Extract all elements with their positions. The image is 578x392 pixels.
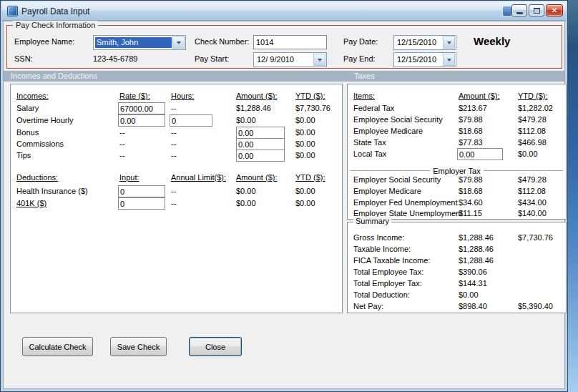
employee-name-value: Smith, John: [95, 37, 172, 48]
commissions-hours: --: [171, 139, 176, 148]
commissions-rate: --: [119, 139, 124, 148]
overtime-amount: $0.00: [236, 116, 256, 124]
rate-header: Rate ($):: [119, 92, 150, 100]
divider-line: [351, 170, 430, 171]
tax-row-employee-medicare: Employee Medicare $18.68 $112.08: [348, 127, 566, 138]
tax-ytd: $1,282.02: [518, 104, 553, 112]
income-row-overtime: Overtime Hourly $0.00 $0.00: [11, 116, 342, 127]
pay-date-value: 12/15/2010: [396, 37, 442, 48]
salary-rate-input[interactable]: [118, 102, 165, 114]
payroll-window: Payroll Data Input ✕ Pay Check Informati…: [0, 0, 568, 392]
salary-ytd: $7,730.76: [295, 104, 330, 112]
summary-ytd: $7,730.76: [518, 233, 553, 242]
tips-hours: --: [171, 151, 176, 160]
app-icon[interactable]: [7, 6, 18, 16]
window-controls: ✕: [511, 4, 563, 16]
income-row-bonus: Bonus -- -- $0.00: [11, 128, 342, 139]
ytd-header: YTD ($):: [295, 173, 325, 182]
titlebar[interactable]: Payroll Data Input ✕: [1, 1, 567, 21]
401k-limit: --: [171, 199, 176, 207]
tax-row-employer-ss: Employer Social Security $79.88 $479.28: [348, 175, 566, 187]
pay-date-picker[interactable]: 12/15/2010: [393, 35, 456, 50]
health-insurance-input[interactable]: [118, 185, 165, 197]
bonus-amount-input[interactable]: [236, 127, 285, 139]
desktop: Payroll Data Input ✕ Pay Check Informati…: [0, 0, 578, 392]
summary-amount: $1,288.46: [459, 245, 494, 253]
salary-amount: $1,288.46: [236, 104, 271, 112]
summary-group-label: Summary: [353, 217, 391, 225]
summary-row-net-pay: Net Pay: $898.40 $5,390.40: [348, 302, 566, 313]
income-row-salary: Salary -- $1,288.46 $7,730.76: [11, 104, 342, 115]
bonus-ytd: $0.00: [295, 128, 315, 137]
overtime-hours-input[interactable]: [170, 114, 212, 127]
local-tax-input[interactable]: [457, 148, 503, 160]
chevron-down-icon: [318, 59, 322, 62]
pay-date-dropdown-icon[interactable]: [443, 36, 455, 49]
amount-header: Amount ($):: [459, 92, 499, 100]
pay-start-dropdown-icon[interactable]: [313, 54, 325, 66]
deductions-header-row: Deductions: Input: Annual Limit($): Amou…: [11, 173, 342, 185]
pay-start-picker[interactable]: 12/ 9/2010: [253, 52, 327, 67]
close-button[interactable]: Close: [189, 337, 242, 356]
tax-label: Employer Medicare: [353, 187, 421, 195]
overtime-rate-input[interactable]: [118, 114, 165, 127]
deduction-row-health-insurance: Health Insurance ($) -- $0.00 $0.00: [11, 187, 342, 198]
pay-end-label: Pay End:: [343, 54, 376, 63]
tips-rate: --: [119, 151, 124, 160]
hours-header: Hours:: [171, 92, 194, 100]
summary-panel: Summary Gross Income: $1,288.46 $7,730.7…: [347, 222, 567, 313]
tax-label: Employer Fed Unemployment: [353, 198, 458, 207]
taxes-panel: Items: Amount ($): YTD ($): Federal Tax …: [347, 84, 567, 220]
summary-label: FICA Taxable Income:: [353, 256, 430, 265]
401k-input[interactable]: [118, 197, 165, 210]
income-label: Overtime Hourly: [16, 116, 73, 124]
tax-row-local: Local Tax $0.00: [348, 150, 566, 161]
tax-amount: $18.68: [459, 127, 483, 135]
summary-label: Total Deduction:: [353, 290, 410, 299]
tax-amount: $79.88: [459, 175, 483, 184]
pay-end-dropdown-icon[interactable]: [443, 54, 455, 66]
tax-amount: $11.15: [459, 209, 482, 217]
tax-row-federal: Federal Tax $213.67 $1,282.02: [348, 104, 566, 115]
employee-name-dropdown-icon[interactable]: [172, 36, 185, 49]
maximize-button[interactable]: [529, 4, 544, 16]
incomes-deductions-section-title: Incomes and Deductions: [11, 72, 97, 80]
summary-row-taxable: Taxable Income: $1,288.46: [348, 245, 566, 256]
tax-label: Employer Social Security: [353, 175, 441, 184]
ssn-value: 123-45-6789: [93, 54, 137, 63]
tax-ytd: $479.28: [518, 175, 547, 184]
minimize-button[interactable]: [511, 4, 527, 16]
ssn-label: SSN:: [14, 54, 33, 63]
income-label: Salary: [16, 104, 39, 112]
deductions-header: Deductions:: [16, 173, 58, 182]
bonus-hours: --: [171, 128, 176, 137]
summary-amount: $1,288.46: [459, 233, 494, 242]
ytd-header: YTD ($):: [518, 92, 548, 100]
401k-link[interactable]: 401K ($): [16, 199, 46, 207]
chevron-down-icon: [447, 41, 451, 44]
tax-row-employer-fed-unemployment: Employer Fed Unemployment $34.60 $434.00: [348, 198, 566, 210]
summary-ytd: $5,390.40: [518, 302, 553, 310]
save-check-button[interactable]: Save Check: [110, 337, 167, 356]
pay-end-picker[interactable]: 12/15/2010: [393, 52, 456, 67]
taxes-header-row: Items: Amount ($): YTD ($):: [348, 92, 566, 103]
tax-ytd: $479.28: [518, 115, 547, 124]
annual-limit-header: Annual Limit($):: [171, 173, 226, 182]
tax-amount: $213.67: [459, 104, 487, 112]
employee-name-select[interactable]: Smith, John: [93, 35, 186, 50]
divider-line: [484, 170, 563, 171]
summary-amount: $144.31: [459, 279, 487, 288]
calculate-check-button[interactable]: Calculate Check: [22, 337, 93, 356]
tax-amount: $18.68: [459, 187, 483, 195]
close-window-button[interactable]: ✕: [546, 4, 563, 16]
employer-tax-label: Employer Tax: [433, 167, 480, 175]
input-header: Input:: [119, 173, 139, 182]
tips-ytd: $0.00: [295, 151, 315, 160]
check-number-input[interactable]: [253, 35, 327, 49]
employee-name-label: Employee Name:: [14, 37, 74, 46]
commissions-amount-input[interactable]: [236, 138, 285, 150]
deduction-row-401k: 401K ($) -- $0.00 $0.00: [11, 199, 342, 210]
tips-amount-input[interactable]: [236, 150, 285, 162]
salary-hours: --: [171, 104, 176, 112]
health-insurance-limit: --: [171, 187, 176, 195]
